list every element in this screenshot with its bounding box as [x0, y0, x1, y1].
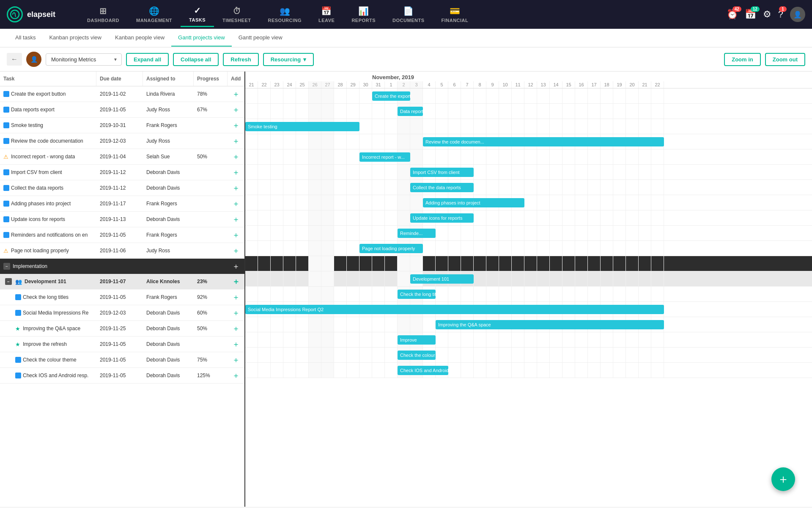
gantt-bar[interactable]: Data reports e... [398, 107, 423, 116]
gantt-bar[interactable]: Check IOS and Android response [398, 366, 448, 375]
col-header-progress: Progress [194, 72, 228, 86]
gantt-bar[interactable]: Update icons for reports [410, 213, 474, 223]
calendar-badge: 12 [751, 6, 760, 12]
gantt-bar[interactable]: Collect the data reports [410, 183, 474, 192]
gantt-bar[interactable]: Page not loading properly [359, 244, 423, 253]
gantt-bar[interactable]: Incorrect report - w... [359, 152, 410, 162]
tab-all-tasks[interactable]: All tasks [8, 29, 42, 47]
task-add-cell[interactable]: ＋ [228, 86, 244, 102]
nav-reports[interactable]: 📊 REPORTS [343, 3, 384, 26]
nav-dashboard[interactable]: ⊞ DASHBOARD [79, 3, 128, 26]
nav-tasks[interactable]: ✓ TASKS [181, 2, 214, 27]
task-type-icon [3, 232, 9, 238]
add-impl-button[interactable]: ＋ [231, 261, 241, 271]
gantt-day-30: 30 [359, 81, 372, 88]
add-task-button[interactable]: ＋ [231, 136, 241, 146]
implementation-group-header: − Implementation ＋ [0, 259, 244, 274]
help-button[interactable]: ? 1 [778, 9, 783, 20]
settings-button[interactable]: ⚙ [763, 9, 771, 20]
task-name-cell: Create the export button [0, 88, 96, 99]
table-row: Create the export button 2019-11-02 Lind… [0, 86, 244, 102]
task-type-icon [15, 294, 21, 300]
refresh-button[interactable]: Refresh [223, 53, 258, 66]
gantt-bar[interactable]: Improve [398, 335, 436, 345]
gantt-day-10: 10 [499, 81, 512, 88]
gantt-row: Collect the data reports [245, 180, 812, 195]
add-task-button[interactable]: ＋ [231, 105, 241, 115]
tab-gantt-people[interactable]: Gantt people view [232, 29, 289, 47]
nav-resourcing[interactable]: 👥 RESOURCING [259, 3, 310, 26]
add-task-button[interactable]: ＋ [231, 339, 241, 349]
gantt-bar[interactable]: Create the export b... [372, 91, 410, 101]
back-arrow-button[interactable]: ← [7, 53, 22, 66]
fab-add-button[interactable]: ＋ [771, 467, 795, 491]
gantt-row: Update icons for reports [245, 210, 812, 226]
resourcing-dropdown-button[interactable]: Resourcing ▾ [263, 53, 314, 66]
collapse-dev-button[interactable]: − [5, 278, 12, 285]
add-task-button[interactable]: ＋ [231, 152, 241, 162]
alerts-button[interactable]: ⏰ 42 [727, 9, 738, 20]
task-date-cell: 2019-11-02 [96, 88, 143, 99]
nav-financial[interactable]: 💳 FINANCIAL [433, 3, 477, 26]
nav-management[interactable]: 🌐 MANAGEMENT [128, 3, 181, 26]
gantt-bar[interactable]: Check the long titles [398, 290, 436, 299]
add-task-button[interactable]: ＋ [231, 167, 241, 177]
gantt-bar[interactable]: Development 101 [410, 274, 474, 284]
table-row: Smoke testing 2019-10-31 Frank Rogers ＋ [0, 118, 244, 133]
add-subgroup-button[interactable]: ＋ [231, 276, 241, 287]
task-name-cell: Check the long titles [0, 292, 96, 303]
gantt-bar[interactable]: Improving the Q&A space [436, 320, 664, 329]
gantt-bar[interactable]: Adding phases into project [423, 198, 524, 207]
nav-timesheet[interactable]: ⏱ TIMESHEET [214, 3, 259, 26]
add-task-button[interactable]: ＋ [231, 292, 241, 302]
project-select[interactable]: Monitoring Metrics [46, 53, 122, 66]
add-task-button[interactable]: ＋ [231, 355, 241, 365]
tab-kanban-people[interactable]: Kanban people view [108, 29, 171, 47]
logo[interactable]: elapseit [7, 6, 66, 22]
gantt-bar[interactable]: Social Media Impressions Report Q2 [245, 305, 664, 314]
add-task-button[interactable]: ＋ [231, 214, 241, 224]
zoom-in-button[interactable]: Zoom in [724, 53, 761, 66]
gantt-month-label: November, 2019 [245, 72, 812, 81]
nav-documents[interactable]: 📄 DOCUMENTS [384, 3, 433, 26]
impl-group-name-cell: − Implementation [0, 260, 96, 272]
gantt-bar[interactable]: Review the code documen... [423, 137, 664, 146]
gantt-day-25: 25 [296, 81, 309, 88]
task-type-icon [15, 357, 21, 363]
zoom-out-button[interactable]: Zoom out [765, 53, 805, 66]
tab-kanban-projects[interactable]: Kanban projects view [42, 29, 108, 47]
gantt-bar[interactable]: Check the colour theme [398, 351, 436, 360]
gantt-row: Import CSV from client [245, 165, 812, 180]
task-name-cell: ★ Improve the refresh [0, 339, 96, 350]
calendar-button[interactable]: 📅 12 [745, 9, 756, 20]
add-task-button[interactable]: ＋ [231, 370, 241, 381]
add-task-button[interactable]: ＋ [231, 246, 241, 256]
gantt-day-15: 15 [562, 81, 575, 88]
collapse-all-button[interactable]: Collapse all [173, 53, 219, 66]
expand-all-button[interactable]: Expand all [126, 53, 169, 66]
gantt-row: Improving the Q&A space [245, 317, 812, 332]
add-task-button[interactable]: ＋ [231, 230, 241, 240]
table-row: Reminders and notifications on en 2019-1… [0, 227, 244, 243]
add-task-button[interactable]: ＋ [231, 308, 241, 318]
nav-leave[interactable]: 📅 LEAVE [310, 3, 343, 26]
task-type-icon [3, 107, 9, 113]
add-task-button[interactable]: ＋ [231, 89, 241, 99]
gantt-bar[interactable]: Smoke testing [245, 122, 359, 131]
task-name-cell: Smoke testing [0, 120, 96, 131]
add-task-button[interactable]: ＋ [231, 199, 241, 209]
gantt-day-19: 19 [613, 81, 626, 88]
task-name-cell: Update icons for reports [0, 214, 96, 225]
toolbar: ← 👤 Monitoring Metrics Expand all Collap… [0, 47, 812, 72]
gantt-row: Page not loading properly [245, 241, 812, 256]
tab-gantt-projects[interactable]: Gantt projects view [171, 29, 232, 47]
gantt-bar[interactable]: Import CSV from client [410, 168, 474, 177]
add-task-button[interactable]: ＋ [231, 323, 241, 334]
gantt-day-22: 22 [258, 81, 271, 88]
gantt-days-row: 2122232425262728293031123456789101112131… [245, 81, 812, 88]
collapse-impl-button[interactable]: − [3, 263, 10, 270]
gantt-bar[interactable]: Reminde... [398, 229, 436, 238]
add-task-button[interactable]: ＋ [231, 120, 241, 130]
user-avatar[interactable]: 👤 [790, 7, 805, 22]
add-task-button[interactable]: ＋ [231, 183, 241, 193]
